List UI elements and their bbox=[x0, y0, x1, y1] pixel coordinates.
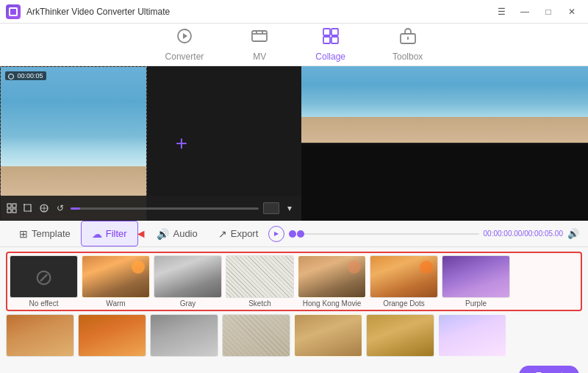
beach-top-panel[interactable] bbox=[301, 66, 588, 143]
filter-label-gray: Gray bbox=[180, 299, 196, 308]
tab-converter[interactable]: Converter bbox=[159, 24, 210, 65]
filter-r2-3[interactable] bbox=[150, 314, 218, 357]
svg-rect-14 bbox=[7, 209, 11, 213]
filter-thumb-gray bbox=[154, 255, 222, 298]
filter-orange-dots[interactable]: Orange Dots bbox=[370, 255, 438, 308]
layout-icon[interactable] bbox=[6, 202, 18, 214]
tab-mv-label: MV bbox=[253, 51, 266, 62]
filter-thumb-r2-7 bbox=[438, 314, 506, 357]
nav-tabs: Converter MV Collage bbox=[0, 24, 588, 66]
filter-thumb-no-effect bbox=[10, 255, 78, 298]
collage-icon bbox=[322, 27, 340, 49]
minimize-button[interactable]: — bbox=[514, 4, 535, 19]
filter-r2-6[interactable] bbox=[366, 314, 434, 357]
mv-icon bbox=[251, 27, 268, 49]
filter-thumb-r2-5 bbox=[294, 314, 362, 357]
svg-rect-2 bbox=[252, 31, 267, 41]
svg-rect-13 bbox=[12, 204, 16, 207]
filter-label-orange-dots: Orange Dots bbox=[383, 299, 425, 308]
playback-time: 00:00:00.00/00:00:05.00 bbox=[484, 230, 563, 238]
beach-bottom-panel[interactable] bbox=[301, 144, 588, 221]
filter-label-purple: Purple bbox=[465, 299, 487, 308]
filter-tab[interactable]: ☁ Filter bbox=[81, 221, 138, 246]
filter-thumb-orange-dots bbox=[370, 255, 438, 298]
tab-mv[interactable]: MV bbox=[245, 24, 274, 65]
tab-collage[interactable]: Collage bbox=[309, 24, 351, 65]
rotate-icon[interactable]: ↺ bbox=[54, 202, 66, 214]
bottom-bar: Export bbox=[0, 363, 588, 373]
filter-r2-4[interactable] bbox=[222, 314, 290, 357]
volume-icon[interactable]: 🔊 bbox=[567, 228, 579, 239]
app-icon bbox=[6, 4, 21, 19]
filter-icon: ☁ bbox=[92, 228, 102, 240]
filter-row-2 bbox=[6, 314, 582, 357]
filter-warm[interactable]: Warm bbox=[82, 255, 150, 308]
audio-tab[interactable]: 🔊 Audio bbox=[146, 221, 207, 246]
maximize-button[interactable]: □ bbox=[538, 4, 559, 19]
add-plus-icon: + bbox=[176, 132, 187, 155]
playback-slider[interactable] bbox=[301, 233, 478, 235]
right-preview bbox=[301, 66, 588, 221]
filter-thumb-warm bbox=[82, 255, 150, 298]
filter-label-no-effect: No effect bbox=[29, 299, 59, 308]
filter-r2-7[interactable] bbox=[438, 314, 506, 357]
menu-button[interactable]: ☰ bbox=[491, 4, 512, 19]
svg-rect-15 bbox=[12, 209, 16, 213]
filter-row-1: No effect Warm Gray Sketch Hong Kong Mov… bbox=[6, 252, 582, 311]
chevron-down-icon[interactable]: ▾ bbox=[284, 202, 295, 214]
filter-hong-kong[interactable]: Hong Kong Movie bbox=[298, 255, 366, 308]
svg-rect-8 bbox=[323, 37, 330, 43]
filter-sketch[interactable]: Sketch bbox=[226, 255, 294, 308]
export-icon: ↗ bbox=[218, 228, 227, 240]
filter-r2-1[interactable] bbox=[6, 314, 74, 357]
svg-rect-7 bbox=[331, 29, 338, 35]
app-title: ArkThinker Video Converter Ultimate bbox=[26, 7, 170, 17]
template-label: Template bbox=[32, 228, 71, 239]
audio-label: Audio bbox=[173, 228, 197, 239]
progress-bar bbox=[71, 207, 259, 210]
video-timestamp: 00:00:05 bbox=[5, 71, 46, 80]
svg-marker-1 bbox=[183, 33, 187, 39]
audio-icon: 🔊 bbox=[157, 228, 169, 240]
filter-r2-2[interactable] bbox=[78, 314, 146, 357]
toolbox-icon bbox=[399, 27, 417, 49]
filter-purple[interactable]: Purple bbox=[442, 255, 510, 308]
filter-label-sketch: Sketch bbox=[248, 299, 271, 308]
filter-no-effect[interactable]: No effect bbox=[10, 255, 78, 308]
close-button[interactable]: ✕ bbox=[562, 4, 582, 19]
preview-controls: ↺ ▾ bbox=[0, 196, 301, 221]
app-icon-inner bbox=[9, 7, 18, 16]
filter-label: Filter bbox=[106, 228, 127, 239]
filter-section: No effect Warm Gray Sketch Hong Kong Mov… bbox=[0, 247, 588, 363]
title-bar: ArkThinker Video Converter Ultimate ☰ — … bbox=[0, 0, 588, 24]
tab-collage-label: Collage bbox=[315, 51, 345, 62]
export-label: Export bbox=[231, 228, 259, 239]
playback-controls: ▶ 00:00:00.00/00:00:05.00 🔊 bbox=[268, 226, 579, 242]
export-button[interactable]: Export bbox=[519, 366, 579, 373]
export-tab[interactable]: ↗ Export bbox=[208, 221, 269, 246]
preview-thumb[interactable] bbox=[263, 202, 279, 214]
playback-dot[interactable] bbox=[289, 230, 296, 238]
play-button[interactable]: ▶ bbox=[268, 226, 284, 242]
template-icon: ⊞ bbox=[19, 228, 28, 240]
filter-gray[interactable]: Gray bbox=[154, 255, 222, 308]
window-controls: ☰ — □ ✕ bbox=[491, 4, 582, 19]
playback-handle[interactable] bbox=[297, 230, 304, 238]
title-bar-left: ArkThinker Video Converter Ultimate bbox=[6, 4, 170, 19]
filter-thumb-sketch bbox=[226, 255, 294, 298]
filter-thumb-r2-4 bbox=[222, 314, 290, 357]
filter-thumb-r2-6 bbox=[366, 314, 434, 357]
tab-converter-label: Converter bbox=[165, 51, 204, 62]
converter-icon bbox=[176, 27, 193, 49]
tab-toolbox[interactable]: Toolbox bbox=[387, 24, 429, 65]
filter-thumb-hong-kong bbox=[298, 255, 366, 298]
tool-tab-row: ⊞ Template ☁ Filter ◄ 🔊 Audio ↗ Export ▶… bbox=[0, 221, 588, 247]
crop-icon[interactable] bbox=[22, 202, 34, 214]
filter-thumb-r2-1 bbox=[6, 314, 74, 357]
filter-thumb-r2-2 bbox=[78, 314, 146, 357]
color-icon[interactable] bbox=[38, 202, 50, 214]
svg-rect-12 bbox=[7, 204, 11, 207]
filter-label-warm: Warm bbox=[106, 299, 125, 308]
filter-r2-5[interactable] bbox=[294, 314, 362, 357]
template-tab[interactable]: ⊞ Template bbox=[9, 221, 81, 246]
